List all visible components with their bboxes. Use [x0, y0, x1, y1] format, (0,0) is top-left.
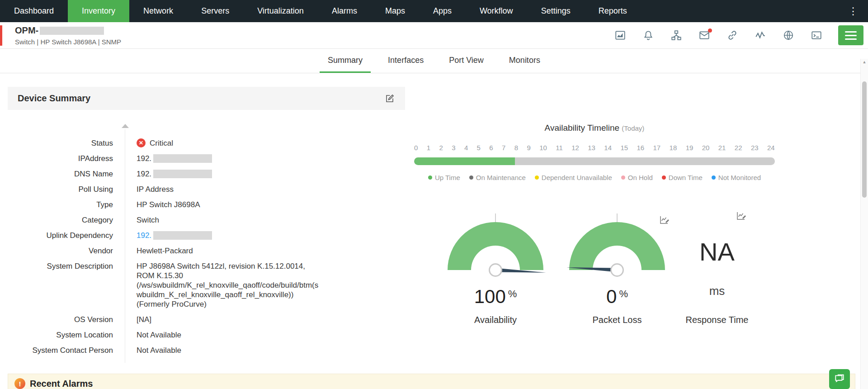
response-time-gauge: NA ms Response Time — [669, 213, 765, 329]
device-summary-fields: Status ✕ Critical IPAddress 192. — [8, 138, 405, 361]
nav-item[interactable]: Settings — [527, 0, 585, 22]
timeline-legend: Up Time On Maintenance Dependent Unavail… — [414, 174, 775, 181]
unread-mail-indicator — [708, 28, 712, 33]
nav-item[interactable]: Apps — [419, 0, 466, 22]
field-label: System Description — [8, 261, 113, 309]
timeline-hour-ticks: 0123456789101112131415161718192021222324 — [414, 144, 775, 152]
nav-item[interactable]: Maps — [371, 0, 419, 22]
device-name: OPM- — [15, 25, 38, 36]
gauge-top-tick — [617, 213, 618, 222]
packet-loss-threshold-settings-icon[interactable] — [659, 214, 670, 225]
legend-item: Down Time — [662, 174, 703, 181]
timeline-tick-label: 18 — [670, 144, 677, 152]
field-value-wrap: [NA] — [137, 315, 151, 324]
timeline-tick-label: 24 — [767, 144, 775, 152]
device-summary-panel: Device Summary — [8, 87, 405, 110]
nav-item[interactable]: Alarms — [318, 0, 371, 22]
device-header: OPM- Switch | HP Switch J8698A | SNMP — [0, 22, 868, 49]
globe-icon[interactable] — [782, 29, 795, 42]
legend-item: Up Time — [428, 174, 460, 181]
timeline-tick-label: 3 — [452, 144, 455, 152]
field-value: Switch — [137, 215, 159, 225]
device-title-block: OPM- Switch | HP Switch J8698A | SNMP — [15, 25, 121, 46]
tab[interactable]: Summary — [320, 49, 371, 73]
timeline-tick-label: 15 — [620, 144, 628, 152]
summary-field-row: Poll Using IP Address — [8, 185, 405, 194]
response-time-threshold-settings-icon[interactable] — [736, 210, 747, 221]
summary-field-row: OS Version [NA] — [8, 315, 405, 324]
scrollbar-track[interactable]: ▲ — [860, 59, 868, 389]
summary-field-row: Vendor Hewlett-Packard — [8, 246, 405, 256]
availability-title-subtitle: (Today) — [622, 124, 644, 132]
timeline-tick-label: 7 — [502, 144, 505, 152]
field-label: Vendor — [8, 246, 113, 256]
gauge-value: 0% — [569, 286, 665, 308]
nav-item[interactable]: Network — [129, 0, 187, 22]
timeline-tick-label: 9 — [527, 144, 530, 152]
redacted-value — [153, 231, 212, 240]
summary-field-row: Uplink Dependency 192. — [8, 231, 405, 240]
edit-icon[interactable] — [384, 93, 395, 104]
timeline-tick-label: 2 — [439, 144, 443, 152]
timeline-tick-label: 0 — [414, 144, 418, 152]
timeline-tick-label: 14 — [604, 144, 612, 152]
availability-gauge: 100% Availability — [448, 213, 543, 329]
field-label: Status — [8, 138, 113, 148]
redacted-value — [153, 170, 212, 178]
tab[interactable]: Interfaces — [380, 49, 432, 73]
field-value: HP Switch J8698A — [137, 200, 200, 209]
performance-chart-icon[interactable] — [614, 29, 627, 42]
field-value: [NA] — [137, 315, 151, 324]
opmanager-device-page: Dashboard Inventory Network Servers Virt… — [0, 0, 868, 389]
device-subtitle: Switch | HP Switch J8698A | SNMP — [15, 38, 121, 46]
legend-dot — [469, 176, 473, 180]
legend-label: Up Time — [435, 174, 460, 181]
packet-loss-gauge-label: Packet Loss — [569, 315, 665, 325]
nav-item[interactable]: Dashboard — [0, 0, 68, 22]
main-content: Device Summary Status ✕ Critical — [0, 73, 868, 389]
nav-item-label: Workflow — [480, 6, 513, 16]
tab-label: Port View — [449, 56, 484, 65]
tab-label: Summary — [328, 56, 363, 65]
recent-alarms-section: ! Recent Alarms — [8, 374, 855, 389]
field-value[interactable]: 192. — [137, 231, 151, 240]
nav-item[interactable]: Servers — [187, 0, 243, 22]
field-value-wrap: HP J8698A Switch 5412zl, revision K.15.1… — [137, 261, 318, 309]
hamburger-menu-button[interactable] — [838, 25, 863, 45]
timeline-tick-label: 8 — [514, 144, 518, 152]
device-title-row: OPM- — [15, 25, 121, 36]
alarm-warning-icon: ! — [14, 378, 25, 389]
nav-item[interactable]: Workflow — [466, 0, 527, 22]
timeline-tick-label: 10 — [539, 144, 547, 152]
legend-item: On Maintenance — [469, 174, 526, 181]
nav-item-label: Virtualization — [257, 6, 304, 16]
chat-feedback-button[interactable] — [829, 369, 850, 389]
scrollbar-thumb[interactable] — [862, 81, 867, 198]
terminal-icon[interactable] — [810, 29, 823, 42]
timeline-tick-label: 20 — [702, 144, 710, 152]
tab[interactable]: Monitors — [501, 49, 548, 73]
field-value: 192. — [137, 154, 151, 163]
availability-timeline-bar[interactable] — [414, 157, 775, 165]
tab[interactable]: Port View — [441, 49, 492, 73]
nav-overflow-menu-icon[interactable]: ⋮ — [838, 0, 868, 22]
topology-icon[interactable] — [670, 29, 683, 42]
nav-item[interactable]: Inventory — [68, 0, 129, 22]
alarm-bell-icon[interactable] — [642, 29, 655, 42]
timeline-tick-label: 5 — [477, 144, 481, 152]
nav-item[interactable]: Virtualization — [243, 0, 318, 22]
device-tabs: Summary Interfaces Port View Monitors — [0, 49, 868, 73]
link-icon[interactable] — [726, 29, 739, 42]
legend-item: Dependent Unavailable — [535, 174, 612, 181]
legend-label: Not Monitored — [718, 174, 761, 181]
gauge-top-tick — [495, 213, 496, 222]
mail-icon[interactable] — [698, 29, 711, 42]
legend-dot — [428, 176, 432, 180]
nav-item[interactable]: Reports — [585, 0, 641, 22]
summary-field-row: System Contact Person Not Available — [8, 346, 405, 355]
legend-dot — [712, 176, 716, 180]
sparkline-icon[interactable] — [754, 29, 767, 42]
scrollbar-up-button[interactable]: ▲ — [861, 60, 868, 64]
nav-item-label: Servers — [201, 6, 229, 16]
legend-item: On Hold — [621, 174, 653, 181]
